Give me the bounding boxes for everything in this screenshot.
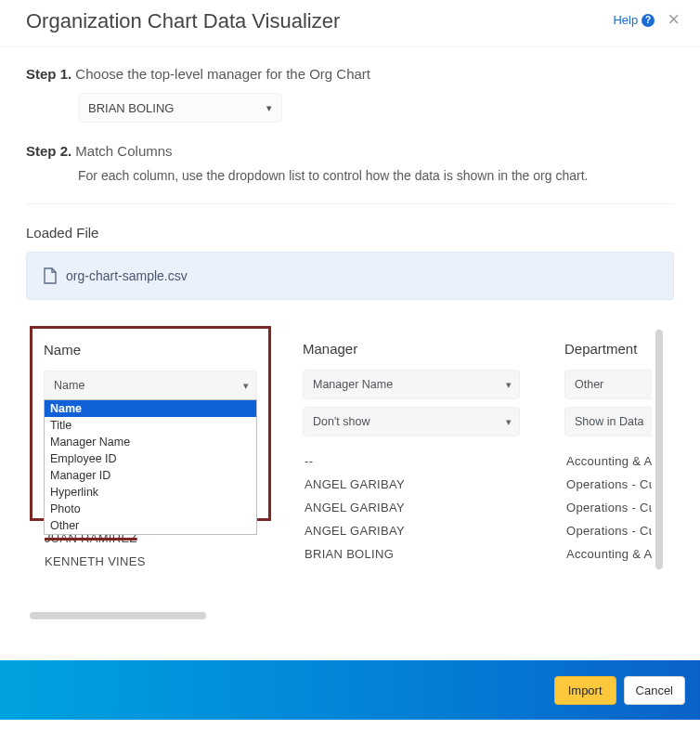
chevron-down-icon: ▾: [243, 380, 249, 392]
cancel-button[interactable]: Cancel: [624, 676, 685, 705]
column-department-show-value: Show in Data: [575, 415, 643, 428]
table-row: Operations - Custom: [564, 473, 652, 496]
scrollbar-horizontal[interactable]: [30, 612, 663, 619]
scrollbar-horizontal-thumb[interactable]: [30, 612, 206, 619]
dropdown-option[interactable]: Manager Name: [45, 434, 256, 450]
column-name: Name Name ▾ Name Title Manager Name Empl…: [30, 326, 271, 521]
column-name-mapping-value: Name: [54, 379, 84, 392]
step1-text: Choose the top-level manager for the Org…: [75, 66, 370, 82]
org-chart-wizard-dialog: Organization Chart Data Visualizer Help …: [0, 0, 700, 720]
file-icon: [44, 267, 57, 284]
column-manager-mapping-value: Manager Name: [313, 378, 393, 391]
scrollbar-vertical[interactable]: [655, 330, 663, 569]
step1-line: Step 1. Choose the top-level manager for…: [26, 66, 674, 82]
table-row: ANGEL GARIBAY: [303, 473, 520, 496]
loaded-file-box: org-chart-sample.csv: [26, 252, 674, 300]
column-name-mapping-select[interactable]: Name ▾: [44, 371, 257, 400]
dropdown-option[interactable]: Other: [45, 517, 256, 534]
chevron-down-icon: ▾: [506, 379, 512, 391]
column-name-mapping-dropdown[interactable]: Name Title Manager Name Employee ID Mana…: [44, 399, 257, 535]
help-label: Help: [613, 13, 638, 27]
dialog-body: Step 1. Choose the top-level manager for…: [0, 47, 700, 623]
table-row: Accounting & Admin: [564, 542, 652, 566]
column-manager-show-value: Don't show: [313, 415, 369, 428]
column-department-title: Department: [564, 341, 652, 357]
divider: [26, 203, 674, 204]
dropdown-option[interactable]: Hyperlink: [45, 484, 256, 501]
columns-area: Name Name ▾ Name Title Manager Name Empl…: [26, 326, 674, 623]
column-department-mapping-select[interactable]: Other: [564, 370, 652, 399]
top-manager-select[interactable]: BRIAN BOLING ▾: [78, 93, 282, 123]
step2-line: Step 2. Match Columns: [26, 143, 674, 159]
column-department-show-select[interactable]: Show in Data: [564, 407, 652, 436]
loaded-file-name: org-chart-sample.csv: [66, 268, 188, 283]
column-manager-show-select[interactable]: Don't show ▾: [303, 407, 520, 436]
chevron-down-icon: ▾: [266, 102, 272, 114]
column-department-mapping-value: Other: [575, 378, 603, 391]
column-name-title: Name: [44, 342, 257, 358]
step1-label: Step 1.: [26, 66, 71, 82]
column-manager-mapping-select[interactable]: Manager Name ▾: [303, 370, 520, 399]
loaded-file-label: Loaded File: [26, 225, 674, 241]
table-row: BRIAN BOLING: [303, 542, 520, 566]
table-row: --: [303, 449, 520, 473]
table-row: Operations - Custom: [564, 519, 652, 542]
step2-subtext: For each column, use the dropdown list t…: [78, 168, 674, 183]
step2-label: Step 2.: [26, 143, 71, 159]
dropdown-option[interactable]: Title: [45, 417, 256, 434]
dialog-title: Organization Chart Data Visualizer: [26, 9, 613, 33]
dropdown-option[interactable]: Employee ID: [45, 450, 256, 467]
column-department-rows: Accounting & Admin Operations - Custom O…: [564, 449, 652, 566]
dropdown-option[interactable]: Name: [45, 400, 256, 417]
dialog-footer: Import Cancel: [0, 660, 700, 720]
column-manager-rows: -- ANGEL GARIBAY ANGEL GARIBAY ANGEL GAR…: [303, 449, 520, 566]
table-row: ANGEL GARIBAY: [303, 519, 520, 542]
column-manager: Manager Manager Name ▾ Don't show ▾ -- A…: [290, 326, 533, 566]
column-department: Department Other Show in Data Accounting…: [551, 326, 652, 566]
dropdown-option[interactable]: Manager ID: [45, 467, 256, 484]
column-manager-title: Manager: [303, 341, 520, 357]
top-manager-value: BRIAN BOLING: [88, 101, 174, 115]
chevron-down-icon: ▾: [506, 416, 512, 428]
dialog-header: Organization Chart Data Visualizer Help …: [0, 0, 700, 47]
step2-text: Match Columns: [75, 143, 172, 159]
table-row: ANGEL GARIBAY: [303, 496, 520, 519]
help-link[interactable]: Help ?: [613, 13, 655, 27]
table-row: Accounting & Admin: [564, 449, 652, 473]
table-row: Operations - Custom: [564, 496, 652, 519]
import-button[interactable]: Import: [554, 676, 616, 705]
dropdown-option[interactable]: Photo: [45, 501, 256, 517]
help-icon: ?: [642, 14, 655, 27]
table-row: KENNETH VINES: [45, 550, 146, 573]
close-icon[interactable]: ×: [668, 7, 680, 32]
